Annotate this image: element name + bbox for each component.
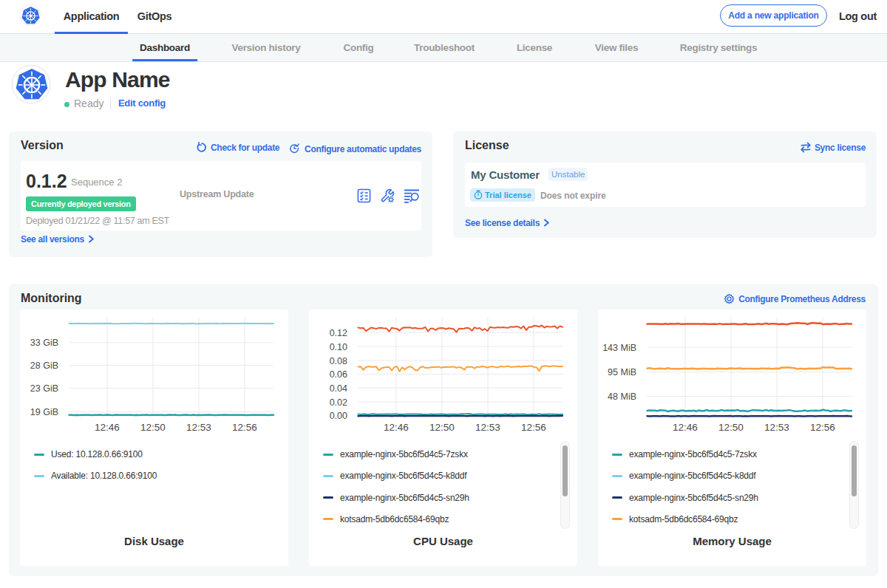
svg-text:0.02: 0.02 [330, 397, 347, 408]
svg-text:19 GiB: 19 GiB [30, 407, 58, 417]
svg-text:0.06: 0.06 [330, 369, 347, 380]
svg-text:0.12: 0.12 [330, 328, 347, 338]
svg-text:23 GiB: 23 GiB [30, 383, 58, 394]
svg-text:33 GiB: 33 GiB [30, 338, 58, 348]
svg-text:12:53: 12:53 [186, 422, 211, 433]
svg-text:12:46: 12:46 [384, 422, 409, 433]
svg-text:0.04: 0.04 [330, 383, 347, 394]
svg-text:48 MiB: 48 MiB [608, 392, 636, 402]
svg-text:12:53: 12:53 [764, 422, 789, 433]
svg-text:0.08: 0.08 [330, 356, 347, 366]
svg-text:12:50: 12:50 [140, 422, 166, 433]
svg-text:12:50: 12:50 [429, 422, 455, 433]
svg-text:0.10: 0.10 [330, 342, 347, 352]
svg-text:12:56: 12:56 [232, 422, 257, 433]
svg-text:12:53: 12:53 [475, 422, 500, 433]
svg-text:0.00: 0.00 [330, 411, 347, 421]
svg-text:12:50: 12:50 [718, 422, 744, 433]
svg-text:143 MiB: 143 MiB [602, 343, 636, 353]
svg-text:95 MiB: 95 MiB [608, 367, 636, 377]
svg-text:12:46: 12:46 [673, 422, 698, 433]
svg-text:28 GiB: 28 GiB [30, 360, 58, 371]
svg-text:12:56: 12:56 [521, 422, 546, 433]
svg-text:12:46: 12:46 [95, 422, 120, 433]
svg-text:12:56: 12:56 [810, 422, 835, 433]
